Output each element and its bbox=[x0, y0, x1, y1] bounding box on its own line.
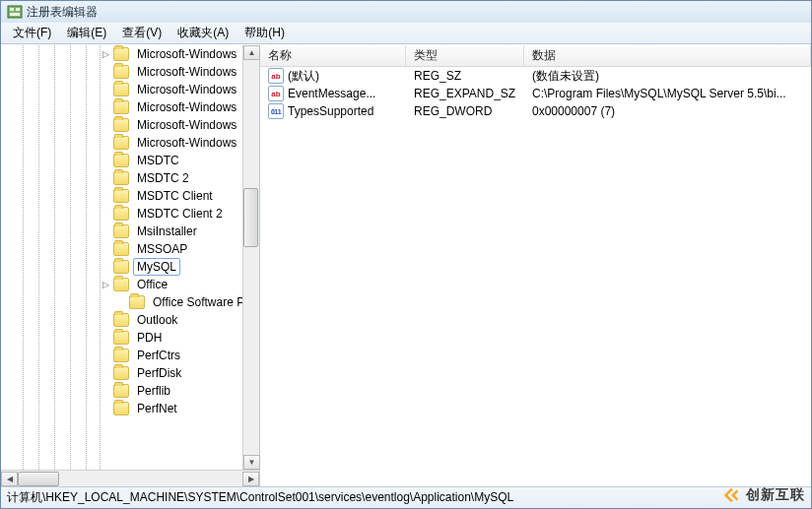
tree-node[interactable]: Microsoft-Windows bbox=[1, 63, 259, 81]
tree-node[interactable]: MSDTC Client 2 bbox=[1, 205, 259, 223]
tree-node-label: Microsoft-Windows bbox=[133, 45, 240, 63]
tree-node[interactable]: MySQL bbox=[1, 258, 259, 276]
scroll-thumb-horizontal[interactable] bbox=[18, 472, 59, 486]
tree-node-label: PDH bbox=[133, 329, 166, 347]
scroll-down-button[interactable]: ▼ bbox=[243, 455, 260, 470]
string-value-icon: ab bbox=[268, 68, 284, 84]
folder-icon bbox=[113, 384, 129, 398]
scroll-thumb-vertical[interactable] bbox=[243, 188, 258, 247]
list-header: 名称 类型 数据 bbox=[260, 45, 811, 67]
expander-icon[interactable] bbox=[100, 403, 111, 414]
tree-body[interactable]: ▷Microsoft-WindowsMicrosoft-WindowsMicro… bbox=[1, 45, 259, 470]
menu-file[interactable]: 文件(F) bbox=[5, 23, 59, 43]
list-body[interactable]: ab(默认)REG_SZ(数值未设置)abEventMessage...REG_… bbox=[260, 67, 811, 486]
expander-icon[interactable] bbox=[100, 225, 111, 237]
folder-icon bbox=[113, 366, 129, 380]
expander-icon[interactable] bbox=[100, 172, 111, 184]
menubar: 文件(F) 编辑(E) 查看(V) 收藏夹(A) 帮助(H) bbox=[1, 23, 811, 44]
list-row[interactable]: ab(默认)REG_SZ(数值未设置) bbox=[260, 67, 811, 85]
scroll-right-button[interactable]: ▶ bbox=[242, 472, 259, 486]
value-type: REG_SZ bbox=[406, 69, 524, 83]
tree-node[interactable]: ▷Office bbox=[1, 276, 259, 293]
tree-node[interactable]: MSDTC Client bbox=[1, 187, 259, 205]
expander-icon[interactable] bbox=[100, 385, 111, 397]
svg-rect-0 bbox=[8, 6, 22, 18]
statusbar: 计算机\HKEY_LOCAL_MACHINE\SYSTEM\ControlSet… bbox=[1, 486, 811, 508]
expander-icon[interactable] bbox=[100, 155, 111, 166]
tree-node-label: Outlook bbox=[133, 311, 181, 329]
folder-icon bbox=[113, 260, 129, 274]
tree-node[interactable]: MSSOAP bbox=[1, 240, 259, 258]
tree-node[interactable]: Office Software Pro bbox=[1, 293, 259, 311]
watermark: 创新互联 bbox=[720, 484, 805, 506]
expander-icon[interactable] bbox=[100, 314, 111, 326]
menu-favorites[interactable]: 收藏夹(A) bbox=[169, 23, 237, 43]
expander-icon[interactable] bbox=[100, 84, 111, 95]
expander-icon[interactable] bbox=[100, 208, 111, 220]
expander-icon[interactable] bbox=[100, 243, 111, 255]
column-header-name[interactable]: 名称 bbox=[260, 45, 406, 66]
tree-node[interactable]: Microsoft-Windows bbox=[1, 134, 259, 152]
scroll-track-vertical[interactable] bbox=[243, 60, 259, 455]
expander-icon[interactable]: ▷ bbox=[100, 48, 111, 60]
scroll-up-button[interactable]: ▲ bbox=[243, 45, 260, 60]
tree-node-label: Microsoft-Windows bbox=[133, 63, 240, 81]
scroll-track-horizontal[interactable] bbox=[18, 472, 242, 486]
tree-node[interactable]: PerfDisk bbox=[1, 364, 259, 382]
tree-vertical-scrollbar[interactable]: ▲ ▼ bbox=[242, 45, 259, 470]
folder-icon bbox=[113, 47, 129, 61]
tree-node[interactable]: MsiInstaller bbox=[1, 223, 259, 240]
expander-icon[interactable] bbox=[100, 137, 111, 149]
expander-icon[interactable] bbox=[100, 367, 111, 379]
expander-icon[interactable] bbox=[100, 332, 111, 344]
tree-node[interactable]: MSDTC bbox=[1, 152, 259, 169]
tree-node[interactable]: Microsoft-Windows bbox=[1, 81, 259, 98]
menu-view[interactable]: 查看(V) bbox=[114, 23, 169, 43]
titlebar[interactable]: 注册表编辑器 bbox=[1, 1, 811, 23]
list-row[interactable]: 011TypesSupportedREG_DWORD0x00000007 (7) bbox=[260, 102, 811, 120]
folder-icon bbox=[113, 207, 129, 221]
tree-node[interactable]: Perflib bbox=[1, 382, 259, 400]
tree-node[interactable]: PerfCtrs bbox=[1, 347, 259, 364]
tree-node-label: Microsoft-Windows bbox=[133, 116, 240, 134]
tree-node[interactable]: MSDTC 2 bbox=[1, 169, 259, 187]
folder-icon bbox=[129, 295, 145, 309]
watermark-text: 创新互联 bbox=[746, 486, 805, 504]
folder-icon bbox=[113, 118, 129, 132]
tree-horizontal-scrollbar[interactable]: ◀ ▶ bbox=[1, 470, 259, 486]
tree-node[interactable]: Microsoft-Windows bbox=[1, 116, 259, 134]
folder-icon bbox=[113, 313, 129, 327]
expander-icon[interactable] bbox=[100, 119, 111, 131]
svg-rect-3 bbox=[10, 13, 20, 16]
tree-node[interactable]: Outlook bbox=[1, 311, 259, 329]
tree-node-label: MSDTC Client bbox=[133, 187, 217, 205]
folder-icon bbox=[113, 242, 129, 256]
expander-icon[interactable] bbox=[115, 296, 127, 308]
window-title: 注册表编辑器 bbox=[27, 4, 98, 21]
expander-icon[interactable] bbox=[100, 190, 111, 202]
folder-icon bbox=[113, 224, 129, 238]
tree-node[interactable]: PDH bbox=[1, 329, 259, 347]
menu-edit[interactable]: 编辑(E) bbox=[59, 23, 114, 43]
tree-node[interactable]: PerfNet bbox=[1, 400, 259, 417]
tree-pane: ▷Microsoft-WindowsMicrosoft-WindowsMicro… bbox=[1, 45, 260, 486]
expander-icon[interactable] bbox=[100, 66, 111, 78]
binary-value-icon: 011 bbox=[268, 103, 284, 119]
expander-icon[interactable]: ▷ bbox=[100, 279, 111, 290]
folder-icon bbox=[113, 349, 129, 362]
expander-icon[interactable] bbox=[100, 101, 111, 113]
tree-node[interactable]: ▷Microsoft-Windows bbox=[1, 45, 259, 63]
tree-node-label: MSDTC Client 2 bbox=[133, 205, 227, 223]
column-header-type[interactable]: 类型 bbox=[406, 45, 524, 66]
tree-node-label: MSDTC bbox=[133, 152, 183, 169]
tree-node-label: Microsoft-Windows bbox=[133, 81, 240, 98]
expander-icon[interactable] bbox=[100, 261, 111, 273]
folder-icon bbox=[113, 189, 129, 203]
value-data: C:\Program Files\MySQL\MySQL Server 5.5\… bbox=[524, 87, 811, 100]
column-header-data[interactable]: 数据 bbox=[524, 45, 811, 66]
expander-icon[interactable] bbox=[100, 350, 111, 361]
menu-help[interactable]: 帮助(H) bbox=[237, 23, 293, 43]
tree-node[interactable]: Microsoft-Windows bbox=[1, 98, 259, 116]
list-row[interactable]: abEventMessage...REG_EXPAND_SZC:\Program… bbox=[260, 85, 811, 102]
scroll-left-button[interactable]: ◀ bbox=[1, 472, 18, 486]
